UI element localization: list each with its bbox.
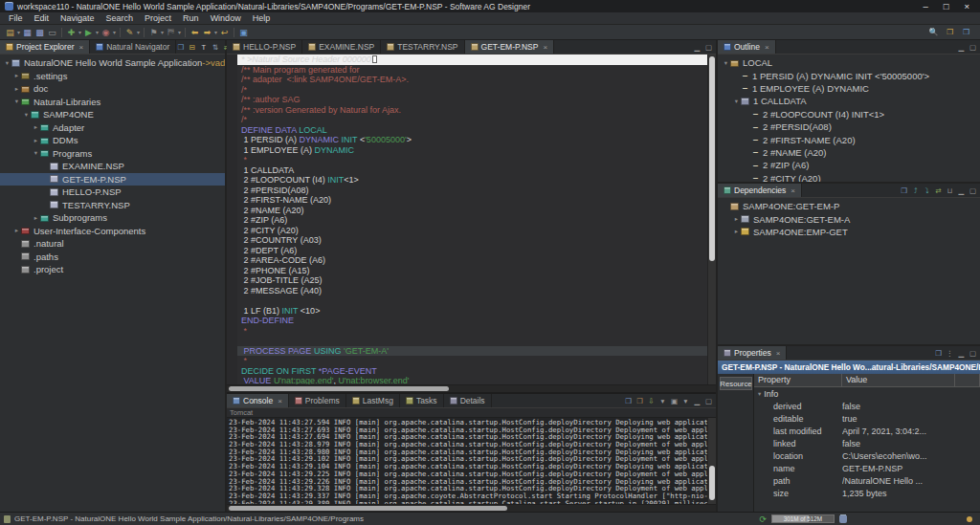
dropdown-caret-icon[interactable]: ▾ [78,29,81,35]
code-line[interactable]: 2 #AREA-CODE (A6) [237,255,707,266]
code-line[interactable]: * [237,356,707,366]
tree-item-project[interactable]: .project [0,263,225,276]
dependencies-tool-icon[interactable]: ⤴ [911,186,920,195]
dependencies-tool-icon[interactable]: ⤵ [923,186,931,195]
properties-tool-icon[interactable]: ⋮ [946,349,954,358]
dependencies-tool-icon[interactable]: ⊔ [946,186,954,195]
explorer-tool-icon[interactable]: ⇅ [211,43,219,52]
properties-tool-icon[interactable]: ❐ [934,349,943,358]
code-line[interactable]: 2 #PERSID(A08) [237,186,707,196]
close-tab-icon[interactable]: × [78,43,83,52]
expand-arrow-icon[interactable]: ▸ [32,123,40,131]
property-row-derived[interactable]: derivedfalse [754,400,980,412]
toolbar-last-edit-icon[interactable]: ↩ [218,26,231,38]
menu-file[interactable]: File [3,13,29,23]
property-row-size[interactable]: size1,235 bytes [754,487,980,499]
console-tool-icon[interactable]: ▾ [681,397,690,405]
code-line[interactable]: PROCESS PAGE USING 'GET-EM-A' [237,346,707,357]
toolbar-debug-icon[interactable]: ✚ [65,26,78,38]
tree-item-subprograms[interactable]: ▸Subprograms [0,211,225,225]
expand-arrow-icon[interactable]: ▸ [12,227,21,234]
tree-item-natural[interactable]: .natural [0,237,225,251]
notification-icon[interactable] [967,516,972,522]
dropdown-caret-icon[interactable]: ▾ [96,29,99,35]
tab-examine-nsp[interactable]: EXAMINE.NSP [302,40,381,54]
menu-navigate[interactable]: Navigate [55,13,100,23]
code-line[interactable]: 1 CALLDATA [237,165,707,176]
code-line[interactable]: DEFINE DATA LOCAL [237,125,707,136]
code-line[interactable]: 2 #ZIP (A6) [237,215,707,226]
collapse-arrow-icon[interactable]: ▾ [32,149,40,157]
console-tool-icon[interactable]: ▾ [658,397,667,405]
code-line[interactable]: 2 #COUNTRY (A03) [237,235,707,246]
toolbar-annotation-icon[interactable]: ⚑ [147,26,160,38]
editor-horizontal-scrollbar[interactable] [227,384,716,392]
code-line[interactable]: * >Natural Source Header 000000 [237,55,707,65]
code-line[interactable]: 2 #MESSAGE (A40) [237,286,707,296]
tree-item-naturalone-hello-world-sample-application[interactable]: ▾NaturalONE Hello World Sample Applicati… [0,56,225,70]
maximize-view-icon[interactable]: ▢ [969,43,977,52]
dropdown-caret-icon[interactable]: ▾ [178,29,181,35]
collapse-arrow-icon[interactable]: ▾ [758,390,761,398]
tab-console[interactable]: Console× [227,394,289,407]
close-tab-icon[interactable]: × [791,186,795,195]
code-line[interactable]: /** Main program generated for [237,65,707,76]
property-row-last-modified[interactable]: last modifiedApril 7, 2021, 3:04:2... [754,425,980,437]
tab-dependencies[interactable]: Dependencies× [718,184,802,197]
tree-item-testarry-nsp[interactable]: TESTARRY.NSP [0,199,225,212]
code-line[interactable]: VALUE U'nat:page.end', U'nat:browser.end… [237,376,707,384]
tree-item-get-em-p-nsp[interactable]: GET-EM-P.NSP [0,173,225,186]
explorer-tool-icon[interactable]: T [199,43,208,52]
code-line[interactable]: * [237,155,707,165]
minimize-view-icon[interactable]: ▁ [693,397,702,405]
tree-item-natural-libraries[interactable]: ▾Natural-Libraries [0,96,225,109]
tree-item-samp4one[interactable]: ▾SAMP4ONE [0,108,225,121]
tree-item-programs[interactable]: ▾Programs [0,147,225,161]
collapse-arrow-icon[interactable]: ▾ [3,59,11,67]
console-tool-icon[interactable]: ⇩ [647,397,656,405]
close-tab-icon[interactable]: × [543,43,547,52]
tab-project-explorer[interactable]: Project Explorer× [0,40,90,54]
expand-arrow-icon[interactable]: ▸ [12,72,21,79]
minimize-view-icon[interactable]: ▁ [957,349,966,358]
outline-item-2-name-a20[interactable]: ‒2 #NAME (A20) [718,146,980,159]
search-icon[interactable]: 🔍 [927,26,940,38]
tab-resource[interactable]: Resource [720,377,752,390]
console-vertical-scrollbar[interactable] [707,418,716,504]
property-row-linked[interactable]: linkedfalse [754,437,980,449]
collapse-arrow-icon[interactable]: ▾ [722,59,730,67]
tab-problems[interactable]: Problems [289,394,346,407]
dropdown-caret-icon[interactable]: ▾ [161,29,164,35]
explorer-tool-icon[interactable]: ❐ [176,43,185,52]
console-tool-icon[interactable]: ▣ [670,397,679,405]
menu-help[interactable]: Help [247,13,277,23]
collapse-arrow-icon[interactable]: ▾ [12,98,21,105]
toolbar-edit-pen-icon[interactable]: ✎ [123,26,136,38]
dropdown-caret-icon[interactable]: ▾ [214,29,217,35]
toolbar-new-wizard-icon[interactable]: ▤ [4,26,16,38]
maximize-view-icon[interactable]: ▢ [704,43,713,52]
tree-item-ddms[interactable]: ▸DDMs [0,134,225,147]
toolbar-back-icon[interactable]: ⬅ [189,26,201,38]
expand-arrow-icon[interactable]: ▸ [732,215,741,223]
tab-testarry-nsp[interactable]: TESTARRY.NSP [381,40,464,54]
outline-item-1-calldata[interactable]: ▾1 CALLDATA [718,95,980,107]
minimize-button[interactable]: – [923,1,927,11]
expand-arrow-icon[interactable]: ▸ [32,214,40,222]
editor-vertical-scrollbar[interactable] [707,55,716,384]
minimize-view-icon[interactable]: ▁ [957,43,966,52]
outline-item-local[interactable]: ▾LOCAL [718,56,980,69]
outline-item-2-city-a20[interactable]: ‒2 #CITY (A20) [718,172,980,182]
tab-details[interactable]: Details [444,394,492,407]
tree-item-adapter[interactable]: ▸Adapter [0,121,225,135]
code-line[interactable] [237,295,707,306]
code-line[interactable]: * [237,326,707,337]
maximize-button[interactable]: □ [944,1,949,11]
code-line[interactable]: /** adapter <:link SAMP4ONE/GET-EM-A>. [237,75,707,85]
menu-run[interactable]: Run [177,13,205,23]
property-row-path[interactable]: path/NaturalONE Hello ... [754,474,980,487]
dropdown-caret-icon[interactable]: ▾ [113,29,116,35]
dependency-item-samp4one-get-em-p[interactable]: SAMP4ONE:GET-EM-P [718,200,980,212]
minimize-view-icon[interactable]: ▁ [693,43,702,52]
outline-item-2-loopcount-i4-init-1[interactable]: ‒2 #LOOPCOUNT (I4) INIT<1> [718,108,980,120]
